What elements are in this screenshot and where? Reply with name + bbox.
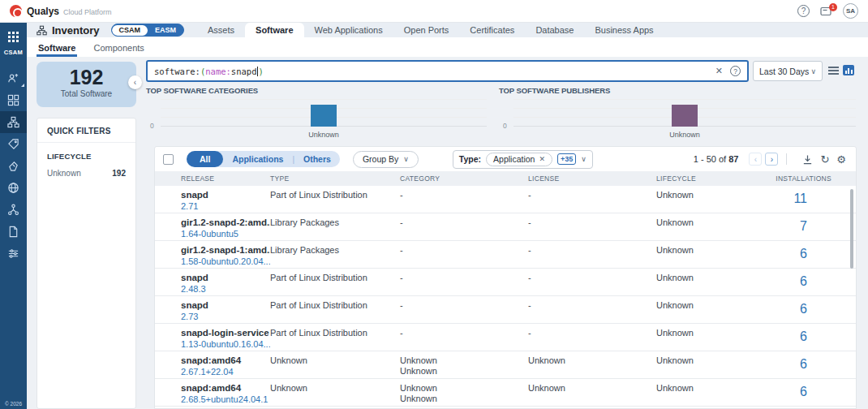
sidebar-item-inventory-icon[interactable]: [0, 111, 27, 133]
column-header-installations[interactable]: INSTALLATIONS: [770, 174, 831, 183]
software-name: snapd: [181, 273, 270, 283]
user-avatar[interactable]: SA: [843, 3, 858, 19]
column-header-lifecycle[interactable]: LIFECYCLE: [656, 174, 770, 183]
notifications-icon[interactable]: 1: [820, 6, 832, 16]
list-view-icon[interactable]: [828, 67, 839, 75]
chart-bar[interactable]: [672, 105, 698, 127]
installations-count-link[interactable]: 6: [800, 249, 807, 260]
segment-all[interactable]: All: [187, 151, 223, 167]
sidebar-item-assets-icon[interactable]: [0, 67, 27, 89]
software-type: Part of Linux Distribution: [270, 186, 400, 213]
column-header-type[interactable]: TYPE: [270, 174, 400, 183]
table-row[interactable]: gir1.2-snapd-1:amd...1.58-0ubuntu0.20.04…: [155, 241, 856, 269]
software-version-link[interactable]: 1.64-0ubuntu5: [181, 229, 270, 239]
segment-others[interactable]: Others: [294, 151, 340, 167]
table-scrollbar[interactable]: [850, 189, 853, 269]
help-icon[interactable]: ?: [797, 5, 810, 17]
more-filters-chip[interactable]: +35: [557, 153, 576, 165]
installations-count-link[interactable]: 6: [800, 332, 807, 342]
search-help-icon[interactable]: ?: [730, 66, 741, 76]
quick-filters-panel: QUICK FILTERS LIFECYCLE Unknown 192: [37, 118, 136, 409]
tab-open-ports[interactable]: Open Ports: [393, 23, 460, 37]
table-row[interactable]: snapd2.48.3 Part of Linux Distribution -…: [155, 269, 856, 296]
clear-search-icon[interactable]: ✕: [715, 66, 723, 76]
prev-page-button[interactable]: ‹: [749, 153, 762, 166]
sidebar-item-settings-icon[interactable]: [0, 243, 27, 265]
remove-filter-icon[interactable]: ✕: [539, 155, 545, 163]
next-page-button[interactable]: ›: [765, 153, 778, 166]
chevron-down-icon[interactable]: ∨: [581, 155, 587, 163]
chart-title: TOP SOFTWARE CATEGORIES: [146, 86, 487, 95]
segment-applications[interactable]: Applications: [223, 151, 292, 167]
total-software-count: 192: [37, 67, 136, 88]
installations-cell: 6: [770, 379, 831, 406]
collapse-panel-button[interactable]: ‹: [128, 75, 142, 89]
query-value-token: snapd: [231, 67, 257, 76]
installations-count-link[interactable]: 6: [800, 277, 807, 287]
column-header-category[interactable]: CATEGORY: [400, 174, 528, 183]
tab-business-apps[interactable]: Business Apps: [584, 23, 664, 37]
software-lifecycle: Unknown: [656, 269, 770, 295]
csam-easm-toggle[interactable]: CSAM EASM: [111, 24, 185, 37]
installations-count-link[interactable]: 11: [793, 194, 807, 204]
installations-count-link[interactable]: 6: [800, 359, 807, 370]
sidebar-item-network-icon[interactable]: [0, 177, 27, 199]
search-input[interactable]: software:(name:snapd) ✕ ?: [146, 60, 749, 82]
column-header-release[interactable]: RELEASE: [181, 174, 270, 183]
software-name: gir1.2-snapd-1:amd...: [181, 245, 270, 256]
table-row[interactable]: snapd:amd642.67.1+22.04 Unknown UnknownU…: [155, 351, 856, 379]
software-license: -: [528, 241, 656, 268]
filter-item-unknown[interactable]: Unknown 192: [37, 167, 135, 179]
table-row[interactable]: snapd-login-service1.13-0ubuntu0.16.04..…: [155, 324, 856, 351]
software-version-link[interactable]: 2.68.5+ubuntu24.04.1: [181, 394, 270, 405]
sidebar-item-hierarchy-icon[interactable]: [0, 199, 27, 221]
select-all-checkbox[interactable]: [163, 154, 174, 165]
software-category: -: [400, 241, 528, 268]
chart-bar[interactable]: [311, 105, 337, 127]
subtab-components[interactable]: Components: [92, 43, 145, 57]
table-row[interactable]: snapd:amd642.68.5+ubuntu24.04.1 Unknown …: [155, 379, 856, 407]
toggle-easm[interactable]: EASM: [148, 26, 183, 34]
software-license: -: [528, 186, 656, 213]
tab-database[interactable]: Database: [525, 23, 584, 37]
installations-cell: 6: [770, 324, 831, 351]
software-lifecycle: Unknown: [656, 324, 770, 351]
software-version-link[interactable]: 1.13-0ubuntu0.16.04...: [181, 339, 270, 350]
group-by-dropdown[interactable]: Group By ∨: [353, 151, 419, 168]
installations-count-link[interactable]: 6: [800, 387, 807, 398]
toggle-csam[interactable]: CSAM: [112, 25, 148, 36]
refresh-icon[interactable]: ↻: [820, 153, 829, 166]
software-version-link[interactable]: 2.71: [181, 201, 270, 212]
chevron-down-icon: ∨: [403, 155, 409, 163]
app-launcher-icon[interactable]: [0, 26, 27, 48]
software-version-link[interactable]: 2.48.3: [181, 284, 270, 295]
table-row[interactable]: snapd2.73 Part of Linux Distribution - -…: [155, 296, 856, 324]
x-axis-label: Unknown: [513, 131, 856, 139]
software-version-link[interactable]: 2.73: [181, 312, 270, 322]
tab-web-applications[interactable]: Web Applications: [304, 23, 393, 37]
tab-assets[interactable]: Assets: [197, 23, 245, 37]
installations-count-link[interactable]: 7: [800, 222, 807, 232]
download-icon[interactable]: [802, 154, 813, 165]
date-range-dropdown[interactable]: Last 30 Days ∨: [753, 61, 823, 81]
type-filter-chip[interactable]: Application ✕: [486, 153, 552, 166]
software-category: -: [400, 324, 528, 351]
sidebar-item-tags-icon[interactable]: [0, 133, 27, 155]
software-version-link[interactable]: 2.67.1+22.04: [181, 367, 270, 377]
sidebar-item-dashboard-icon[interactable]: [0, 89, 27, 111]
tab-software[interactable]: Software: [245, 23, 303, 37]
column-header-license[interactable]: LICENSE: [528, 174, 656, 183]
table-row[interactable]: gir1.2-snapd-2:amd...1.64-0ubuntu5 Libra…: [155, 213, 856, 241]
sidebar-item-response-icon[interactable]: [0, 155, 27, 177]
tab-certificates[interactable]: Certificates: [459, 23, 525, 37]
sidebar-item-reports-icon[interactable]: [0, 221, 27, 243]
gear-icon[interactable]: ⚙: [836, 153, 846, 166]
type-chip-value: Application: [493, 154, 535, 164]
subtab-software[interactable]: Software: [37, 43, 77, 57]
total-software-card: 192 Total Software: [37, 62, 136, 107]
installations-count-link[interactable]: 6: [800, 304, 807, 315]
chart-view-icon[interactable]: [843, 65, 854, 75]
table-header-row: RELEASE TYPE CATEGORY LICENSE LIFECYCLE …: [155, 171, 856, 186]
table-row[interactable]: snapd2.71 Part of Linux Distribution - -…: [155, 186, 856, 213]
software-version-link[interactable]: 1.58-0ubuntu0.20.04...: [181, 256, 270, 267]
